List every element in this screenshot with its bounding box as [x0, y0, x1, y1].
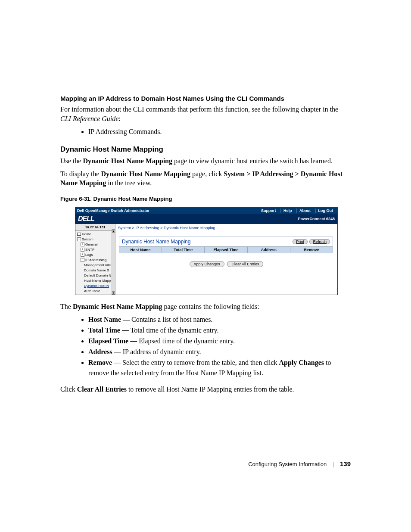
use-paragraph: Use the Dynamic Host Name Mapping page t… [60, 156, 351, 166]
apply-changes-button[interactable]: Apply Changes [190, 261, 224, 267]
nav-ip: 10.27.64.151 [75, 224, 115, 231]
field-hostname: Host Name — Contains a list of host name… [88, 314, 351, 325]
nav-mgmt[interactable]: Management Inte [76, 263, 115, 268]
p1-bold: Dynamic Host Name Mapping [83, 157, 172, 165]
col-remove: Remove [290, 247, 333, 253]
footer-sep: | [333, 461, 334, 467]
print-button[interactable]: Print [293, 239, 308, 244]
clear-all-button[interactable]: Clear All Entries [227, 261, 263, 267]
p2-mid: page, click [190, 170, 224, 177]
closing-paragraph: Click Clear All Entries to remove all Ho… [60, 385, 351, 394]
fi-bold: Dynamic Host Name Mapping [73, 303, 162, 310]
heading-dynamic: Dynamic Host Name Mapping [60, 145, 351, 154]
collapse-icon[interactable]: - [77, 237, 81, 241]
closing-bold: Clear All Entries [77, 386, 127, 393]
collapse-icon[interactable]: - [81, 258, 84, 262]
scroll-up-icon[interactable]: ▴ [112, 229, 115, 233]
banner: DELL PowerConnect 6248 [75, 214, 337, 224]
p1-post: page to view dynamic host entries the sw… [172, 157, 333, 165]
nav-tree: 10.27.64.151 Home -System +General +SNTP… [75, 224, 115, 295]
expand-icon[interactable]: + [81, 253, 84, 257]
expand-icon[interactable]: + [81, 243, 84, 246]
closing-post: to remove all Host Name IP Mapping entri… [127, 386, 294, 393]
nav-defdom[interactable]: Default Domain N [76, 273, 115, 278]
nav-arp[interactable]: ARP Table [76, 289, 115, 294]
figure-caption: Figure 6-31. Dynamic Host Name Mapping [60, 196, 351, 202]
intro-ref: CLI Reference Guide [60, 115, 118, 122]
field-elapsed: Elapsed Time — Elapsed time of the dynam… [88, 336, 351, 347]
panel: Dynamic Host Name Mapping Print Refresh … [119, 236, 333, 253]
field-address: Address — IP address of dynamic entry. [88, 347, 351, 358]
nav-dns[interactable]: Domain Name S [76, 268, 115, 273]
app-titlebar: Dell OpenManage Switch Administrator Sup… [75, 208, 337, 214]
refresh-button[interactable]: Refresh [309, 239, 330, 244]
link-support[interactable]: Support [258, 208, 279, 213]
col-elapsed: Elapsed Time [205, 247, 247, 253]
nav-logs[interactable]: +Logs [76, 252, 115, 258]
nav-dynhost[interactable]: Dynamic Host N [76, 283, 115, 289]
screenshot: Dell OpenManage Switch Administrator Sup… [75, 207, 338, 295]
page-footer: Configuring System Information | 139 [248, 460, 351, 467]
table-header: Host Name Total Time Elapsed Time Addres… [119, 246, 333, 253]
display-paragraph: To display the Dynamic Host Name Mapping… [60, 169, 351, 188]
expand-icon[interactable]: + [81, 248, 84, 252]
panel-title: Dynamic Host Name Mapping [122, 239, 190, 245]
footer-title: Configuring System Information [248, 461, 327, 467]
nav-hostmap[interactable]: Host Name Mapp [76, 278, 115, 283]
p2-bold1: Dynamic Host Name Mapping [101, 170, 190, 177]
p1-pre: Use the [60, 157, 83, 165]
p2-post: in the tree view. [106, 179, 152, 187]
cli-bullet: IP Addressing Commands. [88, 127, 351, 137]
subheading-cli: Mapping an IP Address to Domain Host Nam… [60, 95, 351, 102]
intro-pre: For information about the CLI commands t… [60, 106, 338, 113]
home-icon [77, 233, 81, 236]
model-label: PowerConnect 6248 [298, 217, 335, 221]
field-totaltime: Total Time — Total time of the dynamic e… [88, 325, 351, 336]
intro-paragraph: For information about the CLI commands t… [60, 105, 351, 123]
content-area: System > IP Addressing > Dynamic Host Na… [115, 224, 337, 295]
intro-post: : [118, 115, 120, 122]
dell-logo: DELL [78, 215, 94, 223]
fi-pre: The [60, 303, 73, 310]
link-logout[interactable]: Log Out [315, 208, 336, 213]
nav-ipaddr[interactable]: -IP Addressing [76, 258, 115, 263]
nav-general[interactable]: +General [76, 242, 115, 247]
topbar-links: Support Help About Log Out [258, 208, 336, 213]
app-title: Dell OpenManage Switch Administrator [77, 208, 149, 213]
col-totaltime: Total Time [162, 247, 205, 253]
scroll-down-icon[interactable]: ▾ [112, 291, 115, 295]
nav-sntp[interactable]: +SNTP [76, 247, 115, 252]
nav-home[interactable]: Home [76, 232, 115, 237]
link-about[interactable]: About [296, 208, 313, 213]
col-address: Address [248, 247, 290, 253]
field-remove: Remove — Select the entry to remove from… [88, 358, 351, 379]
p2-pre: To display the [60, 170, 101, 177]
fi-post: page contains the following fields: [162, 303, 259, 310]
fields-intro: The Dynamic Host Name Mapping page conta… [60, 302, 351, 311]
closing-pre: Click [60, 386, 77, 393]
col-hostname: Host Name [119, 247, 162, 253]
nav-system[interactable]: -System [76, 237, 115, 242]
nav-scrollbar[interactable]: ▴ ▾ [112, 229, 115, 295]
page-number: 139 [340, 460, 351, 467]
link-help[interactable]: Help [280, 208, 295, 213]
breadcrumb: System > IP Addressing > Dynamic Host Na… [115, 224, 337, 232]
